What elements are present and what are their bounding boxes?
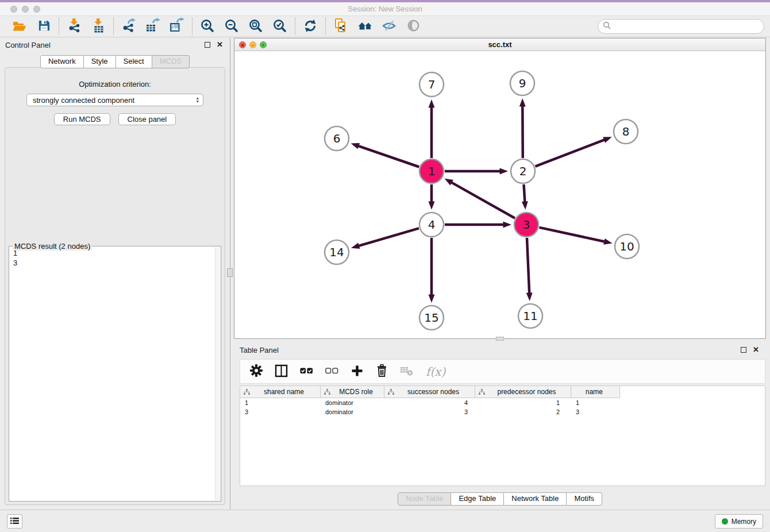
tab-style[interactable]: Style [84, 55, 116, 68]
zoom-out-button[interactable] [223, 18, 240, 35]
criterion-dropdown[interactable]: strongly connected component ▲▼ [26, 94, 203, 106]
refresh-layout-button[interactable] [302, 18, 319, 35]
export-network-button[interactable] [120, 18, 137, 35]
table-cell[interactable]: 3 [571, 407, 620, 417]
graph-edge-3-10[interactable] [540, 228, 605, 242]
close-panel-icon[interactable]: ✕ [217, 41, 223, 48]
save-session-button[interactable] [35, 18, 52, 35]
graph-node-10[interactable]: 10 [615, 234, 639, 259]
table-cell[interactable]: 3 [384, 407, 475, 417]
zoom-selected-button[interactable] [271, 18, 288, 35]
graph-node-2[interactable]: 2 [511, 159, 535, 183]
network-graph[interactable]: 7968124314101511 [234, 51, 765, 338]
graphics-details-button[interactable] [405, 18, 422, 35]
close-panel-button[interactable]: Close panel [118, 113, 176, 125]
panel-divider-handle[interactable] [227, 268, 233, 277]
show-columns-button[interactable] [275, 363, 288, 380]
table-cell[interactable]: 2 [475, 407, 571, 417]
search-box[interactable] [598, 19, 764, 34]
column-header-name[interactable]: name [571, 386, 620, 398]
maximize-window-button[interactable] [33, 6, 40, 13]
table-options-button[interactable] [250, 363, 263, 380]
table-cell[interactable]: 1 [240, 398, 321, 407]
network-titlebar[interactable]: ✕ − + scc.txt [234, 38, 765, 51]
graph-node-8[interactable]: 8 [614, 119, 638, 144]
network-close-button[interactable]: ✕ [239, 41, 246, 48]
graph-edge-2-3[interactable] [524, 184, 525, 202]
column-header-successor-nodes[interactable]: successor nodes [384, 386, 475, 398]
graph-node-3[interactable]: 3 [514, 213, 538, 237]
tab-edge-table[interactable]: Edge Table [451, 492, 504, 506]
traffic-lights[interactable] [10, 6, 40, 13]
close-table-panel-icon[interactable]: ✕ [753, 346, 759, 353]
tab-select[interactable]: Select [116, 55, 152, 68]
graph-node-15[interactable]: 15 [419, 306, 444, 330]
table-row[interactable]: 1dominator411 [240, 398, 765, 407]
graph-node-14[interactable]: 14 [325, 240, 349, 264]
delete-rows-button[interactable] [376, 363, 388, 380]
graph-node-1[interactable]: 1 [419, 159, 444, 183]
zoom-in-button[interactable] [199, 18, 216, 35]
tab-node-table[interactable]: Node Table [398, 492, 452, 506]
table-cell[interactable]: 1 [475, 398, 571, 407]
shared-column-icon [479, 389, 485, 395]
tab-mcds[interactable]: MCDS [152, 55, 190, 68]
network-canvas[interactable]: 7968124314101511 [234, 51, 765, 338]
add-row-button[interactable] [351, 363, 364, 380]
import-network-button[interactable] [66, 18, 83, 35]
hide-selected-button[interactable] [380, 18, 398, 35]
task-history-button[interactable] [7, 514, 22, 529]
graph-node-6[interactable]: 6 [325, 126, 349, 151]
table-cell[interactable]: 1 [571, 398, 620, 407]
search-input[interactable] [611, 22, 759, 31]
column-header-shared-name[interactable]: shared name [240, 386, 321, 398]
table-cell[interactable]: dominator [321, 398, 384, 407]
table-cell[interactable]: 3 [240, 407, 321, 417]
graph-node-11[interactable]: 11 [518, 304, 542, 328]
graph-node-9[interactable]: 9 [510, 71, 534, 95]
tab-network-table[interactable]: Network Table [504, 492, 567, 506]
float-table-panel-icon[interactable] [741, 347, 746, 353]
graph-node-4[interactable]: 4 [419, 213, 444, 237]
network-minimize-button[interactable]: − [249, 41, 256, 48]
zoom-fit-button[interactable] [247, 18, 264, 35]
graph-edge-3-11[interactable] [527, 238, 529, 293]
network-maximize-button[interactable]: + [260, 41, 267, 48]
control-panel-tabs: Network Style Select MCDS [0, 55, 230, 68]
run-mcds-button[interactable]: Run MCDS [54, 113, 110, 125]
graph-node-7[interactable]: 7 [419, 72, 444, 97]
memory-button[interactable]: Memory [715, 514, 763, 529]
export-table-button[interactable] [144, 18, 161, 35]
tab-network[interactable]: Network [40, 55, 84, 68]
graph-edge-4-14[interactable] [359, 228, 419, 245]
open-file-button[interactable] [11, 18, 28, 35]
clone-network-button[interactable] [332, 18, 349, 35]
graph-edge-1-6[interactable] [359, 146, 419, 167]
export-image-button[interactable] [168, 18, 186, 35]
select-all-button[interactable] [300, 363, 313, 380]
delete-table-button[interactable] [400, 363, 414, 380]
minimize-window-button[interactable] [22, 6, 29, 13]
table-cell[interactable]: dominator [321, 407, 384, 417]
graph-edge-2-8[interactable] [536, 140, 605, 166]
table-cell[interactable]: 4 [384, 398, 475, 407]
network-resize-handle[interactable] [496, 337, 504, 341]
table-row[interactable]: 3dominator323 [240, 407, 765, 417]
first-neighbors-button[interactable] [356, 18, 374, 35]
column-header-MCDS-role[interactable]: MCDS role [321, 386, 384, 398]
tab-motifs[interactable]: Motifs [567, 492, 602, 506]
graph-edge-3-1[interactable] [452, 183, 515, 218]
column-header-predecessor-nodes[interactable]: predecessor nodes [475, 386, 571, 398]
checked-boxes-icon [300, 364, 313, 379]
function-builder-button[interactable]: f(x) [426, 363, 445, 380]
graph-edge-2-9[interactable] [522, 106, 523, 158]
node-table[interactable]: shared nameMCDS rolesuccessor nodesprede… [240, 385, 765, 486]
deselect-all-button[interactable] [325, 363, 338, 380]
float-panel-icon[interactable] [205, 42, 210, 48]
import-table-button[interactable] [90, 18, 107, 35]
close-window-button[interactable] [10, 6, 17, 13]
window-title: Session: New Session [0, 2, 770, 16]
result-scrollbar[interactable] [215, 247, 220, 500]
list-icon [10, 517, 19, 526]
zoom-out-icon [224, 18, 239, 35]
